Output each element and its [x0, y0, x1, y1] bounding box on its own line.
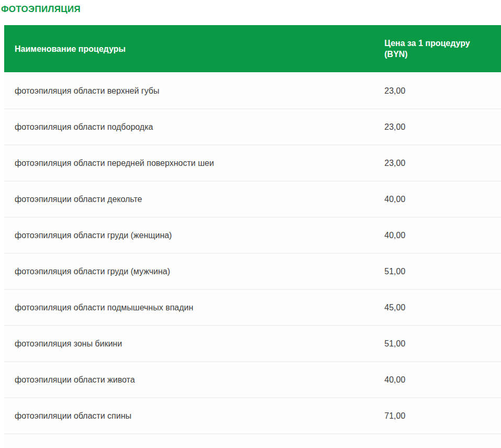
procedure-price: 51,00	[374, 434, 501, 448]
table-row: фотоэпиляция области верхней губы 23,00	[4, 73, 501, 109]
price-table: Наименование процедуры Цена за 1 процеду…	[4, 25, 501, 448]
header-row: Наименование процедуры Цена за 1 процеду…	[4, 25, 501, 73]
table-row: фотоэпиляция области груди (мужчина) 51,…	[4, 253, 501, 289]
procedure-name: фотоэпиляции области живота	[4, 362, 374, 398]
table-row: фотоэпиляция зоны бикини 51,00	[4, 326, 501, 362]
table-row: фотоэпиляция области подмышечных впадин …	[4, 289, 501, 326]
price-table-body: фотоэпиляция области верхней губы 23,00 …	[4, 73, 501, 448]
procedure-name: фотоэпиляция области передней поверхност…	[4, 145, 374, 181]
column-header-procedure-name: Наименование процедуры	[4, 25, 374, 73]
page-title: ФОТОЭПИЛЯЦИЯ	[1, 4, 501, 15]
table-row: фотоэпиляции области рук 51,00	[4, 434, 501, 448]
procedure-price: 40,00	[374, 181, 501, 217]
procedure-name: фотоэпиляция области подбородка	[4, 109, 374, 145]
procedure-price: 71,00	[374, 398, 501, 434]
procedure-price: 45,00	[374, 289, 501, 326]
table-row: фотоэпиляции области спины 71,00	[4, 398, 501, 434]
table-row: фотоэпиляция области подбородка 23,00	[4, 109, 501, 145]
procedure-name: фотоэпиляции области рук	[4, 434, 374, 448]
procedure-name: фотоэпиляции области декольте	[4, 181, 374, 217]
price-table-header: Наименование процедуры Цена за 1 процеду…	[4, 25, 501, 73]
procedure-name: фотоэпиляции области спины	[4, 398, 374, 434]
procedure-price: 23,00	[374, 109, 501, 145]
procedure-price: 40,00	[374, 217, 501, 253]
table-row: фотоэпиляции области декольте 40,00	[4, 181, 501, 217]
table-row: фотоэпиляции области живота 40,00	[4, 362, 501, 398]
procedure-name: фотоэпиляция области груди (мужчина)	[4, 253, 374, 289]
procedure-price: 51,00	[374, 253, 501, 289]
procedure-price: 40,00	[374, 362, 501, 398]
procedure-name: фотоэпиляция зоны бикини	[4, 326, 374, 362]
procedure-price: 23,00	[374, 145, 501, 181]
procedure-price: 23,00	[374, 73, 501, 109]
table-row: фотоэпиляция области груди (женщина) 40,…	[4, 217, 501, 253]
procedure-name: фотоэпиляция области верхней губы	[4, 73, 374, 109]
table-row: фотоэпиляция области передней поверхност…	[4, 145, 501, 181]
procedure-name: фотоэпиляция области подмышечных впадин	[4, 289, 374, 326]
column-header-price: Цена за 1 процедуру (BYN)	[374, 25, 501, 73]
procedure-name: фотоэпиляция области груди (женщина)	[4, 217, 374, 253]
procedure-price: 51,00	[374, 326, 501, 362]
